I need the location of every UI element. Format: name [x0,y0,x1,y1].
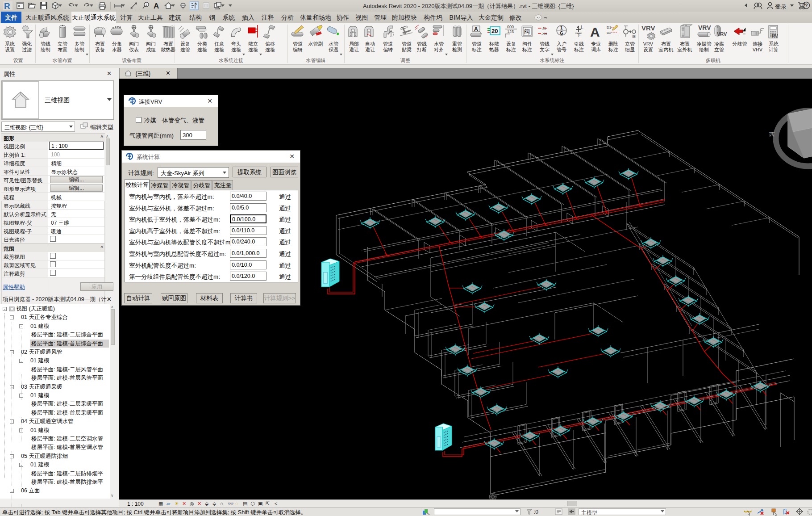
svg-text:下: 下 [577,33,581,38]
svg-text:D1: D1 [607,25,612,29]
svg-text:A: A [474,26,478,32]
svg-text:VRV: VRV [641,24,655,32]
svg-text:细: 细 [632,34,636,38]
svg-text:VRV: VRV [717,31,727,37]
svg-text:VRV: VRV [698,24,711,31]
svg-text:西: 西 [769,131,775,138]
svg-text:1: 1 [560,25,563,30]
svg-text:123: 123 [507,29,514,34]
svg-text:20: 20 [491,28,498,34]
svg-text:D2: D2 [607,31,612,35]
svg-text:G: G [560,31,563,36]
svg-text:A: A [154,2,159,10]
svg-text:上: 上 [579,25,583,29]
svg-text:阀: 阀 [524,28,530,35]
svg-text:A: A [590,25,600,39]
svg-text:?: ? [805,3,808,8]
svg-text:1: 1 [146,3,147,6]
svg-text:-XH: -XH [541,32,547,36]
svg-text:000: 000 [507,25,514,29]
svg-text:-J1: -J1 [541,26,546,30]
svg-text:RV: RV [772,34,778,38]
svg-text:R: R [4,1,10,11]
